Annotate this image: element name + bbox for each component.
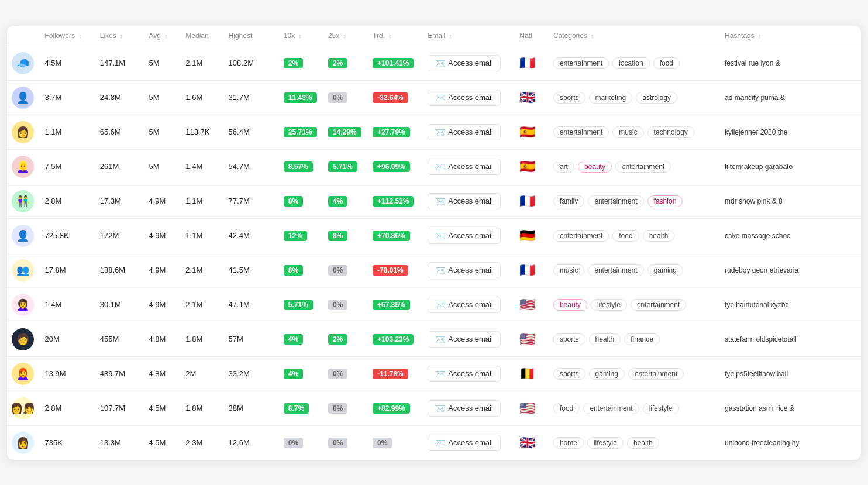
category-tag: food — [612, 230, 639, 242]
access-email-button[interactable]: ✉️Access email — [428, 262, 501, 278]
check-icon: ✉️ — [435, 231, 445, 240]
cell-hashtags: ad mancity puma & — [720, 80, 861, 115]
cell-25x: 4% — [323, 184, 368, 218]
col-header-email[interactable]: Email ↕ — [423, 26, 515, 46]
check-icon: ✉️ — [435, 162, 445, 171]
access-email-button[interactable]: ✉️Access email — [428, 159, 501, 175]
cell-median: 1.1M — [181, 218, 223, 253]
cell-email[interactable]: ✉️Access email — [423, 253, 515, 287]
cell-email[interactable]: ✉️Access email — [423, 356, 515, 391]
cell-nationality: 🇺🇸 — [515, 287, 549, 322]
category-tag: family — [553, 195, 584, 207]
cell-email[interactable]: ✉️Access email — [423, 46, 515, 80]
cell-categories: beautylifestyleentertainment — [549, 287, 720, 322]
col-header-followers[interactable]: Followers ↕ — [40, 26, 95, 46]
access-email-button[interactable]: ✉️Access email — [428, 297, 501, 313]
table-row: 👩‍🦰13.9M489.7M4.8M2M33.2M4%0%-11.78%✉️Ac… — [7, 356, 861, 391]
cell-avatar: 👱‍♀️ — [7, 149, 40, 184]
cell-25x: 0% — [323, 425, 368, 460]
badge-25x: 0% — [328, 92, 347, 103]
table-row: 👱‍♀️7.5M261M5M1.4M54.7M8.57%5.71%+96.09%… — [7, 149, 861, 184]
cell-hashtags: fyp ps5feelitnow ball — [720, 356, 861, 391]
access-email-button[interactable]: ✉️Access email — [428, 400, 501, 417]
sort-icon-trd: ↕ — [388, 33, 391, 39]
badge-trd: -78.01% — [373, 265, 408, 276]
check-icon: ✉️ — [435, 266, 445, 275]
table-row: 🧢4.5M147.1M5M2.1M108.2M2%2%+101.41%✉️Acc… — [7, 46, 861, 80]
access-email-button[interactable]: ✉️Access email — [428, 435, 501, 451]
badge-trd: -11.78% — [373, 369, 408, 379]
cell-nationality: 🇬🇧 — [515, 425, 549, 460]
col-header-hashtags[interactable]: Hashtags ↕ — [720, 26, 861, 46]
flag-icon: 🇬🇧 — [519, 435, 535, 450]
cell-email[interactable]: ✉️Access email — [423, 322, 515, 356]
cell-email[interactable]: ✉️Access email — [423, 184, 515, 218]
cell-categories: entertainmentmusictechnology — [549, 115, 720, 149]
cell-email[interactable]: ✉️Access email — [423, 149, 515, 184]
cell-email[interactable]: ✉️Access email — [423, 218, 515, 253]
cell-trd: +70.86% — [368, 218, 423, 253]
avatar: 👱‍♀️ — [12, 156, 34, 178]
sort-icon-hashtags: ↕ — [758, 33, 761, 39]
cell-email[interactable]: ✉️Access email — [423, 391, 515, 425]
cell-10x: 25.71% — [279, 115, 323, 149]
access-email-button[interactable]: ✉️Access email — [428, 228, 501, 244]
access-email-button[interactable]: ✉️Access email — [428, 55, 501, 71]
cell-likes: 65.6M — [95, 115, 144, 149]
cell-hashtags: statefarm oldspicetotall — [720, 322, 861, 356]
cell-10x: 12% — [279, 218, 323, 253]
cell-avatar: 🧢 — [7, 46, 40, 80]
cell-avatar: 👩‍🦰 — [7, 356, 40, 391]
badge-10x: 8.7% — [284, 403, 309, 414]
badge-10x: 4% — [284, 369, 303, 379]
cell-avatar: 👤 — [7, 80, 40, 115]
cell-avg: 4.9M — [144, 253, 181, 287]
cell-avatar: 👩 — [7, 425, 40, 460]
access-email-button[interactable]: ✉️Access email — [428, 124, 501, 140]
cell-25x: 2% — [323, 322, 368, 356]
category-tag: health — [589, 333, 621, 345]
cell-email[interactable]: ✉️Access email — [423, 287, 515, 322]
col-header-25x[interactable]: 25x ↕ — [323, 26, 368, 46]
badge-10x: 8.57% — [284, 161, 313, 172]
col-header-trd[interactable]: Trd. ↕ — [368, 26, 423, 46]
badge-25x: 8% — [328, 231, 347, 241]
cell-nationality: 🇫🇷 — [515, 253, 549, 287]
cell-followers: 735K — [40, 425, 95, 460]
category-tag: music — [612, 126, 643, 138]
cell-avg: 4.5M — [144, 425, 181, 460]
sort-icon-10x: ↕ — [299, 33, 302, 39]
col-header-avg[interactable]: Avg ↕ — [144, 26, 181, 46]
access-email-button[interactable]: ✉️Access email — [428, 90, 501, 106]
table-row: 👩‍🦱1.4M30.1M4.9M2.1M47.1M5.71%0%+67.35%✉… — [7, 287, 861, 322]
access-email-button[interactable]: ✉️Access email — [428, 366, 501, 382]
category-tag: health — [627, 437, 659, 449]
cell-email[interactable]: ✉️Access email — [423, 115, 515, 149]
avatar: 👩 — [12, 121, 34, 143]
access-email-button[interactable]: ✉️Access email — [428, 193, 501, 209]
badge-25x: 0% — [328, 438, 347, 448]
table-header-row: Followers ↕ Likes ↕ Avg ↕ Median Highest — [7, 26, 861, 46]
cell-categories: foodentertainmentlifestyle — [549, 391, 720, 425]
badge-10x: 8% — [284, 196, 303, 207]
cell-hashtags: unibond freecleaning hy — [720, 425, 861, 460]
badge-10x: 8% — [284, 265, 303, 276]
table-row: 👩👧2.8M107.7M4.5M1.8M38M8.7%0%+82.99%✉️Ac… — [7, 391, 861, 425]
access-email-button[interactable]: ✉️Access email — [428, 331, 501, 348]
cell-email[interactable]: ✉️Access email — [423, 425, 515, 460]
category-tag: fashion — [647, 195, 683, 207]
cell-avg: 5M — [144, 80, 181, 115]
category-tag: gaming — [589, 368, 625, 380]
cell-likes: 489.7M — [95, 356, 144, 391]
cell-email[interactable]: ✉️Access email — [423, 80, 515, 115]
flag-icon: 🇫🇷 — [519, 263, 535, 278]
category-tag: beauty — [553, 299, 587, 311]
col-header-likes[interactable]: Likes ↕ — [95, 26, 144, 46]
badge-10x: 5.71% — [284, 300, 313, 310]
cell-hashtags: filtermakeup garabato — [720, 149, 861, 184]
col-header-10x[interactable]: 10x ↕ — [279, 26, 323, 46]
badge-25x: 4% — [328, 196, 347, 207]
cell-trd: +112.51% — [368, 184, 423, 218]
table-row: 👫2.8M17.3M4.9M1.1M77.7M8%4%+112.51%✉️Acc… — [7, 184, 861, 218]
col-header-categories[interactable]: Categories ↕ — [549, 26, 720, 46]
